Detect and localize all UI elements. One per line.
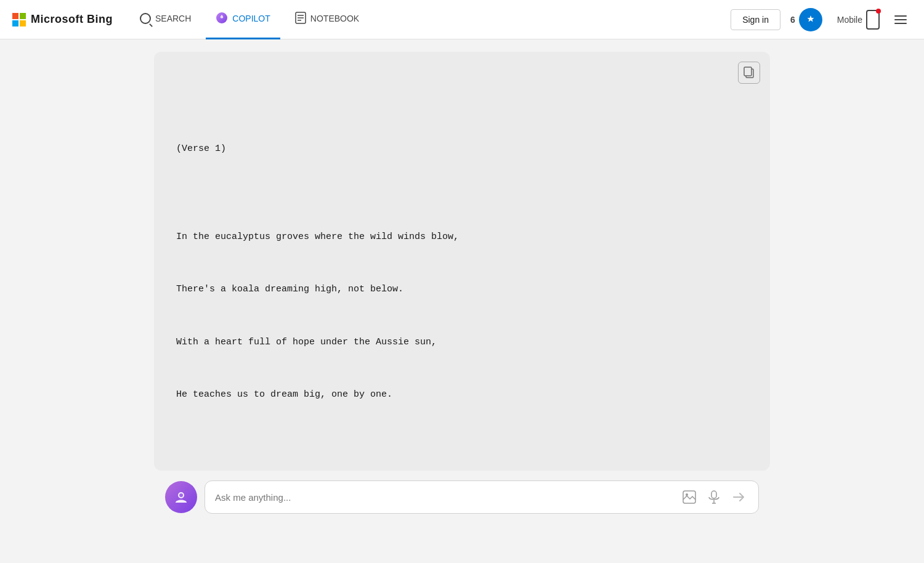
bottom-input-bar — [0, 471, 924, 526]
logo-sq-green — [20, 13, 26, 19]
verse1-line-3: With a heart full of hope under the Auss… — [176, 334, 748, 352]
svg-point-8 — [179, 493, 183, 497]
microphone-icon — [708, 490, 720, 504]
nav-search[interactable]: SEARCH — [130, 0, 201, 39]
mobile-icon — [866, 10, 880, 30]
mobile-button[interactable]: Mobile — [832, 7, 885, 32]
sign-in-button[interactable]: Sign in — [731, 9, 780, 30]
main-content: (Verse 1) In the eucalyptus groves where… — [0, 39, 924, 563]
brand-logo[interactable]: Microsoft Bing — [12, 13, 113, 26]
image-input-icon — [683, 490, 696, 504]
hamburger-line-3 — [894, 23, 907, 24]
ms-logo-squares — [12, 13, 26, 26]
brand-name: Microsoft Bing — [31, 13, 113, 26]
chat-avatar — [165, 481, 197, 513]
logo-sq-blue — [12, 20, 18, 26]
nav-notebook[interactable]: NOTEBOOK — [285, 0, 369, 39]
notebook-icon — [295, 12, 306, 26]
nav-search-label: SEARCH — [155, 14, 191, 23]
copy-button[interactable] — [738, 62, 760, 84]
hamburger-line-2 — [894, 19, 907, 20]
chat-input[interactable] — [215, 492, 675, 503]
image-input-button[interactable] — [679, 487, 699, 507]
svg-rect-6 — [744, 67, 752, 76]
badge-count: 6 — [790, 15, 795, 25]
copy-icon — [744, 67, 755, 79]
badge-button[interactable]: 6 — [785, 6, 827, 34]
microphone-button[interactable] — [704, 487, 724, 507]
response-card: (Verse 1) In the eucalyptus groves where… — [154, 52, 770, 471]
verse1-label: (Verse 1) — [176, 140, 748, 158]
logo-sq-red — [12, 13, 18, 19]
verse1-section: (Verse 1) In the eucalyptus groves where… — [176, 105, 748, 439]
send-icon — [732, 491, 745, 503]
chat-input-container — [205, 480, 759, 514]
hamburger-line-1 — [894, 15, 907, 17]
verse1-line-4: He teaches us to dream big, one by one. — [176, 386, 748, 404]
navbar: Microsoft Bing SEARCH COPILOT — [0, 0, 924, 39]
chat-avatar-icon — [173, 489, 189, 505]
nav-copilot[interactable]: COPILOT — [206, 0, 280, 39]
svg-rect-11 — [711, 491, 716, 498]
logo-sq-yellow — [20, 20, 26, 26]
verse1-line-1: In the eucalyptus groves where the wild … — [176, 229, 748, 246]
notification-dot — [876, 9, 881, 14]
hamburger-menu-button[interactable] — [890, 10, 912, 29]
poem-content: (Verse 1) In the eucalyptus groves where… — [176, 70, 748, 471]
nav-copilot-label: COPILOT — [232, 14, 270, 23]
mobile-label: Mobile — [837, 15, 862, 25]
verse1-line-2: There's a koala dreaming high, not below… — [176, 281, 748, 299]
copilot-icon — [216, 12, 228, 26]
trophy-icon — [799, 8, 822, 31]
search-icon — [140, 13, 151, 24]
send-button[interactable] — [729, 487, 748, 507]
nav-notebook-label: NOTEBOOK — [310, 14, 359, 23]
